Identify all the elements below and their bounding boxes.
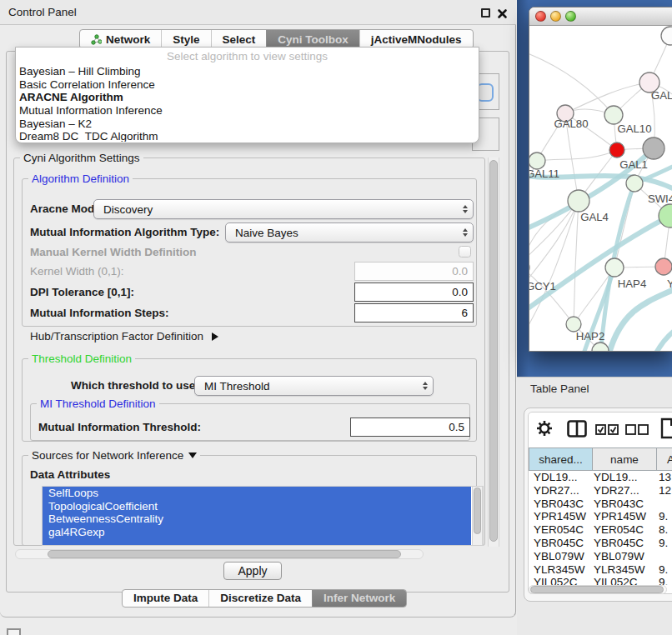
table-horizontal-scrollbar[interactable] — [529, 585, 667, 594]
network-node-gal11[interactable] — [529, 152, 545, 169]
network-node-gal10[interactable] — [604, 106, 623, 124]
attribute-item-gal4rgexp[interactable]: gal4RGexp — [43, 526, 471, 539]
attribute-item-betweennesscentrality[interactable]: BetweennessCentrality — [43, 512, 471, 526]
attribute-item-topologicalcoefficient[interactable]: TopologicalCoefficient — [43, 500, 471, 513]
attribute-item-selfloops[interactable]: SelfLoops — [43, 487, 471, 500]
tab-network[interactable]: Network — [80, 30, 161, 48]
zoom-window-icon[interactable] — [565, 11, 576, 22]
algorithm-dropdown-popup: Select algorithm to view settings Bayesi… — [15, 47, 479, 143]
network-canvas[interactable]: GAL80GAL10GALGAL1GAL11SWI4GAL4HAP4YGCY1H… — [529, 26, 672, 352]
table-row[interactable]: YLR345WYLR345W9. — [529, 563, 672, 577]
settings-horizontal-scrollbar[interactable] — [15, 549, 424, 559]
stepper-arrows-icon — [418, 382, 433, 390]
node-label-gal1: GAL1 — [619, 158, 648, 171]
column-header-a[interactable]: A — [656, 448, 672, 471]
network-node-node-gray[interactable] — [643, 138, 664, 159]
mi-algorithm-type-select[interactable]: Naive Bayes — [225, 222, 474, 242]
attribute-list-scrollbar[interactable] — [472, 487, 483, 545]
aracne-mode-select[interactable]: Discovery — [93, 199, 474, 219]
close-window-icon[interactable] — [535, 11, 546, 22]
manual-kernel-checkbox[interactable] — [459, 246, 471, 258]
stepper-arrows-icon — [458, 205, 473, 213]
network-node-gal4[interactable] — [568, 190, 589, 212]
node-label-gal11: GAL11 — [529, 168, 559, 180]
select-all-checkboxes-icon[interactable] — [595, 423, 619, 438]
mi-steps-label: Mutual Information Steps: — [30, 303, 169, 322]
manual-kernel-label: Manual Kernel Width Definition — [30, 246, 196, 259]
network-node-gal1[interactable] — [609, 142, 624, 158]
network-node-node-salmon[interactable] — [655, 258, 672, 275]
table-row[interactable]: YBR043CYBR043C — [529, 498, 672, 511]
stepper-arrows-icon — [458, 228, 473, 237]
mi-threshold-field[interactable]: 0.5 — [350, 418, 470, 437]
network-node-hap4[interactable] — [605, 258, 624, 277]
deselect-all-checkboxes-icon[interactable] — [625, 423, 649, 438]
algorithm-list: Bayesian – Hill ClimbingBasic Correlatio… — [18, 65, 477, 142]
column-header-name[interactable]: name — [592, 448, 657, 471]
which-threshold-select[interactable]: MI Threshold — [194, 376, 434, 396]
collapsed-arrow-icon — [212, 332, 218, 341]
minimize-window-icon[interactable] — [550, 11, 561, 22]
node-label-gal-top: GAL — [651, 89, 672, 102]
node-label-gal10: GAL10 — [617, 122, 651, 135]
table-row[interactable]: YER054CYER054C8. — [529, 523, 672, 537]
tab-style[interactable]: Style — [161, 30, 210, 48]
table-panel-title: Table Panel — [530, 382, 589, 395]
partial-taskbar-icon[interactable] — [7, 628, 21, 635]
kernel-width-label: Kernel Width (0,1): — [30, 262, 124, 281]
mi-threshold-title: MI Threshold Definition — [37, 398, 159, 410]
hub-definition-disclosure[interactable]: Hub/Transcription Factor Definition — [30, 329, 218, 344]
algorithm-option-dream8-dc-tdc-algorithm[interactable]: Dream8 DC_TDC Algorithm — [18, 130, 477, 142]
network-node-node-bottom[interactable] — [592, 342, 609, 352]
column-header-shared[interactable]: shared... — [529, 448, 593, 471]
table-row[interactable]: YIL052CYIL052C9. — [529, 576, 672, 585]
bottom-tab-discretize-data[interactable]: Discretize Data — [208, 590, 312, 607]
split-columns-icon[interactable] — [567, 420, 587, 441]
table-row[interactable]: YPR145WYPR145W9. — [529, 510, 672, 523]
dpi-tolerance-label: DPI Tolerance [0,1]: — [30, 282, 134, 302]
node-label-gal4: GAL4 — [580, 211, 609, 223]
network-node-node-top[interactable] — [661, 27, 672, 45]
tab-cyni-toolbox[interactable]: Cyni Toolbox — [266, 30, 359, 48]
algorithm-option-aracne-algorithm[interactable]: ARACNE Algorithm — [18, 91, 477, 104]
apply-button[interactable]: Apply — [223, 562, 282, 580]
node-label-swi4: SWI4 — [648, 192, 672, 205]
table-row[interactable]: YDR27...YDR27...12 — [529, 484, 672, 498]
algorithm-option-bayesian-k2[interactable]: Bayesian – K2 — [18, 118, 477, 131]
dpi-tolerance-field[interactable]: 0.0 — [354, 282, 474, 302]
settings-group-title: Cyni Algorithm Settings — [20, 152, 143, 164]
network-node-swi4[interactable] — [626, 175, 643, 192]
table-row[interactable]: YDL19...YDL19...13 — [529, 471, 672, 484]
algorithm-option-bayesian-hill-climbing[interactable]: Bayesian – Hill Climbing — [18, 65, 477, 78]
table-rows: YDL19...YDL19...13YDR27...YDR27...12YBR0… — [529, 471, 672, 585]
table-settings-gear-icon[interactable] — [535, 419, 554, 441]
mi-type-label: Mutual Information Algorithm Type: — [30, 222, 219, 242]
aracne-mode-value: Discovery — [94, 203, 458, 216]
bottom-tab-impute-data[interactable]: Impute Data — [123, 590, 208, 607]
document-icon[interactable] — [660, 418, 672, 442]
bottom-tab-infer-network[interactable]: Infer Network — [312, 590, 406, 607]
algorithm-option-basic-correlation-inference[interactable]: Basic Correlation Inference — [18, 78, 477, 92]
settings-vertical-scrollbar[interactable] — [488, 158, 499, 547]
network-window: GAL80GAL10GALGAL1GAL11SWI4GAL4HAP4YGCY1H… — [529, 7, 672, 352]
screen: Control Panel NetworkStyleSelectCyni Too… — [0, 0, 672, 635]
algorithm-option-mutual-information-inference[interactable]: Mutual Information Inference — [18, 104, 477, 118]
data-attributes-list: SelfLoopsTopologicalCoefficientBetweenne… — [42, 486, 484, 546]
mi-threshold-label: Mutual Information Threshold: — [38, 418, 201, 437]
sources-disclosure[interactable]: Sources for Network Inference — [28, 449, 200, 462]
table-row[interactable]: YBR045CYBR045C9. — [529, 537, 672, 550]
focused-button-fragment[interactable] — [477, 83, 494, 102]
node-label-node-salmon: Y — [667, 278, 672, 290]
close-panel-icon[interactable] — [497, 8, 508, 22]
tab-select[interactable]: Select — [211, 30, 267, 48]
tab-jactivemnodules[interactable]: jActiveMNodules — [359, 30, 473, 48]
control-panel: Control Panel NetworkStyleSelectCyni Too… — [0, 0, 516, 618]
attribute-item[interactable] — [43, 538, 471, 546]
node-label-gal80: GAL80 — [554, 118, 588, 130]
mi-steps-field[interactable]: 6 — [354, 303, 474, 322]
expanded-arrow-icon — [188, 452, 197, 458]
kernel-width-field[interactable]: 0.0 — [354, 262, 474, 281]
algorithm-placeholder: Select algorithm to view settings — [16, 48, 479, 62]
table-row[interactable]: YBL079WYBL079W — [529, 550, 672, 563]
float-panel-icon[interactable] — [481, 8, 490, 18]
